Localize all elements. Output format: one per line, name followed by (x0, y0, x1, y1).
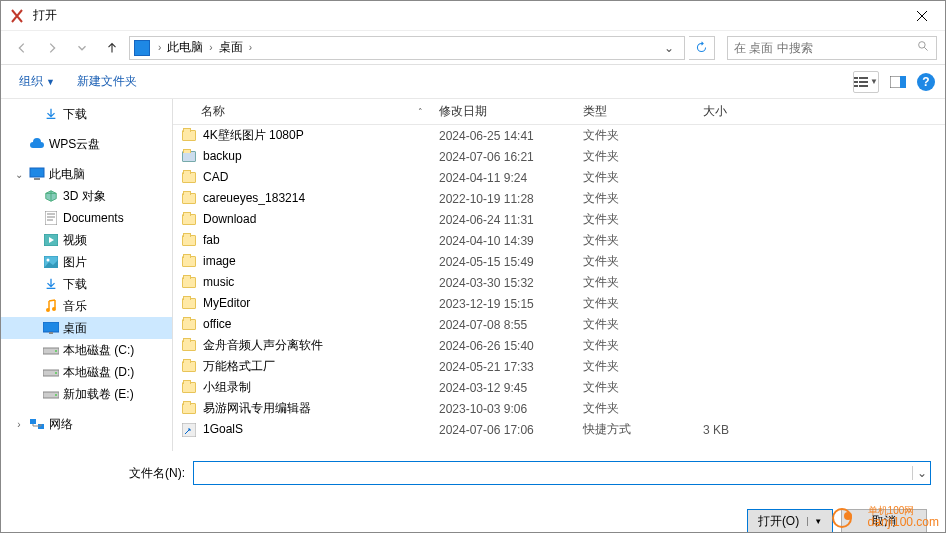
file-name-cell: office (173, 317, 431, 333)
file-row[interactable]: 万能格式工厂2024-05-21 17:33文件夹 (173, 356, 945, 377)
tree-item[interactable]: 新加载卷 (E:) (1, 383, 172, 405)
file-date-cell: 2024-05-21 17:33 (431, 360, 575, 374)
tree-item-label: 下载 (63, 276, 87, 293)
download-icon (43, 276, 59, 292)
nav-bar: › 此电脑 › 桌面 › ⌄ (1, 31, 945, 65)
file-row[interactable]: image2024-05-15 15:49文件夹 (173, 251, 945, 272)
tree-item[interactable]: Documents (1, 207, 172, 229)
tree-item[interactable]: 视频 (1, 229, 172, 251)
close-button[interactable] (899, 1, 945, 31)
tree-item[interactable]: ⌄此电脑 (1, 163, 172, 185)
svg-rect-4 (859, 81, 868, 83)
organize-button[interactable]: 组织▼ (11, 69, 63, 94)
chevron-down-icon[interactable]: ⌄ (912, 466, 930, 480)
file-name-cell: music (173, 275, 431, 291)
tree-item-label: 音乐 (63, 298, 87, 315)
file-name-cell: 金舟音频人声分离软件 (173, 337, 431, 354)
file-row[interactable]: 4K壁纸图片 1080P2024-06-25 14:41文件夹 (173, 125, 945, 146)
file-type-cell: 文件夹 (575, 400, 695, 417)
toolbar: 组织▼ 新建文件夹 ▼ ? (1, 65, 945, 99)
svg-rect-8 (900, 76, 906, 88)
file-name-cell: MyEditor (173, 296, 431, 312)
svg-rect-2 (859, 77, 868, 79)
expand-icon: ⌄ (13, 169, 25, 180)
chevron-right-icon: › (249, 42, 252, 53)
col-header-size[interactable]: 大小 (695, 103, 795, 120)
col-header-date[interactable]: 修改日期 (431, 103, 575, 120)
open-button[interactable]: 打开(O) ▼ (747, 509, 833, 533)
pc-icon (134, 40, 150, 56)
file-row[interactable]: office2024-07-08 8:55文件夹 (173, 314, 945, 335)
svg-point-20 (55, 350, 57, 352)
back-button[interactable] (9, 35, 35, 61)
up-button[interactable] (99, 35, 125, 61)
docs-icon (43, 210, 59, 226)
dialog-footer: 文件名(N): ⌄ 打开(O) ▼ 取消 (1, 451, 945, 533)
nav-sidebar: 下载WPS云盘⌄此电脑3D 对象Documents视频图片下载音乐桌面本地磁盘 … (1, 99, 173, 451)
tree-item[interactable]: 3D 对象 (1, 185, 172, 207)
tree-item[interactable]: WPS云盘 (1, 133, 172, 155)
search-input[interactable] (734, 41, 917, 55)
file-row[interactable]: 金舟音频人声分离软件2024-06-26 15:40文件夹 (173, 335, 945, 356)
forward-button[interactable] (39, 35, 65, 61)
tree-item[interactable]: 本地磁盘 (C:) (1, 339, 172, 361)
recent-dropdown[interactable] (69, 35, 95, 61)
file-type-cell: 文件夹 (575, 211, 695, 228)
folder-icon (181, 128, 197, 144)
breadcrumb-dropdown[interactable]: ⌄ (658, 41, 680, 55)
file-row[interactable]: 易游网讯专用编辑器2023-10-03 9:06文件夹 (173, 398, 945, 419)
col-header-type[interactable]: 类型 (575, 103, 695, 120)
tree-item[interactable]: ›网络 (1, 413, 172, 435)
file-type-cell: 文件夹 (575, 253, 695, 270)
music-icon (43, 298, 59, 314)
file-date-cell: 2023-10-03 9:06 (431, 402, 575, 416)
filename-combo[interactable]: ⌄ (193, 461, 931, 485)
file-row[interactable]: MyEditor2023-12-19 15:15文件夹 (173, 293, 945, 314)
tree-item-label: Documents (63, 211, 124, 225)
file-row[interactable]: Download2024-06-24 11:31文件夹 (173, 209, 945, 230)
chevron-down-icon: ▼ (46, 77, 55, 87)
svg-point-0 (919, 41, 926, 48)
file-type-cell: 文件夹 (575, 190, 695, 207)
file-row[interactable]: 小组录制2024-03-12 9:45文件夹 (173, 377, 945, 398)
cancel-button[interactable]: 取消 (841, 509, 927, 533)
new-folder-button[interactable]: 新建文件夹 (69, 69, 145, 94)
file-name-cell: 易游网讯专用编辑器 (173, 400, 431, 417)
folder-icon (181, 191, 197, 207)
file-name-cell: 小组录制 (173, 379, 431, 396)
svg-point-15 (46, 308, 50, 312)
tree-item[interactable]: 本地磁盘 (D:) (1, 361, 172, 383)
file-row[interactable]: 1GoalS2024-07-06 17:06快捷方式3 KB (173, 419, 945, 440)
filename-input[interactable] (194, 466, 912, 480)
view-options-button[interactable]: ▼ (853, 71, 879, 93)
tree-item[interactable]: 下载 (1, 103, 172, 125)
search-box[interactable] (727, 36, 937, 60)
refresh-button[interactable] (689, 36, 715, 60)
tree-item[interactable]: 下载 (1, 273, 172, 295)
svg-rect-17 (43, 322, 59, 332)
window-title: 打开 (33, 7, 899, 24)
breadcrumb-item[interactable]: 此电脑 (165, 39, 205, 56)
file-type-cell: 文件夹 (575, 379, 695, 396)
file-name-cell: CAD (173, 170, 431, 186)
chevron-right-icon: › (209, 42, 212, 53)
breadcrumb-item[interactable]: 桌面 (217, 39, 245, 56)
tree-item-label: 新加载卷 (E:) (63, 386, 134, 403)
file-row[interactable]: music2024-03-30 15:32文件夹 (173, 272, 945, 293)
file-row[interactable]: fab2024-04-10 14:39文件夹 (173, 230, 945, 251)
filename-label: 文件名(N): (15, 465, 185, 482)
file-row[interactable]: backup2024-07-06 16:21文件夹 (173, 146, 945, 167)
file-date-cell: 2024-04-10 14:39 (431, 234, 575, 248)
tree-item[interactable]: 桌面 (1, 317, 172, 339)
tree-item[interactable]: 图片 (1, 251, 172, 273)
tree-item[interactable]: 音乐 (1, 295, 172, 317)
preview-pane-button[interactable] (885, 71, 911, 93)
folder-icon (181, 317, 197, 333)
col-header-name[interactable]: 名称 ˄ (173, 103, 431, 120)
help-button[interactable]: ? (917, 73, 935, 91)
breadcrumb[interactable]: › 此电脑 › 桌面 › ⌄ (129, 36, 685, 60)
file-row[interactable]: CAD2024-04-11 9:24文件夹 (173, 167, 945, 188)
file-row[interactable]: careueyes_1832142022-10-19 11:28文件夹 (173, 188, 945, 209)
folder-icon (181, 401, 197, 417)
svg-rect-25 (30, 419, 36, 424)
